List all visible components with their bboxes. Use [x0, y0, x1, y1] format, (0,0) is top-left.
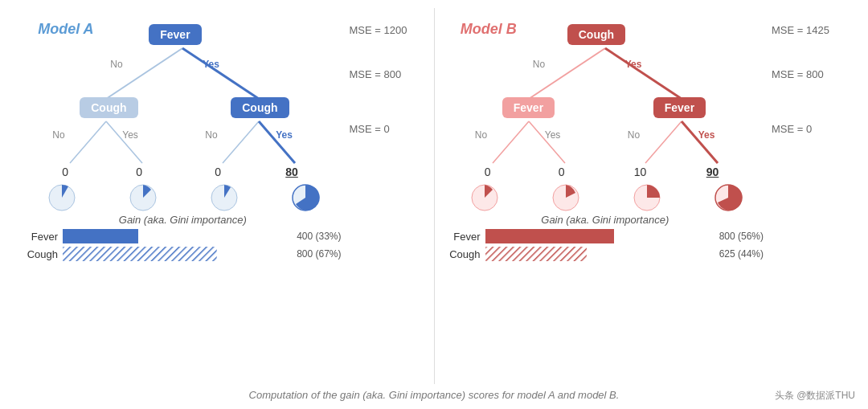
svg-line-1 — [182, 48, 259, 99]
svg-line-14 — [493, 121, 529, 163]
leaf-val-2: 0 — [136, 166, 142, 178]
fever-bar-value-a: 400 (33%) — [297, 231, 341, 242]
cough-bar-a — [63, 247, 293, 261]
root-no-label: No — [110, 59, 122, 70]
leaf-val-3: 0 — [215, 166, 221, 178]
model-a-title: Model A — [38, 21, 93, 38]
model-a-fever-bar-row: Fever 400 (33%) — [24, 229, 342, 243]
mse-bot: MSE = 0 — [350, 123, 430, 178]
watermark: 头条 @数据派THU — [775, 389, 855, 403]
b-root-yes-label: Yes — [625, 59, 642, 70]
model-a-gain-section: Gain (aka. Gini importance) Fever 400 (3… — [16, 214, 350, 264]
main-container: Model A Fever No Yes Cough Cough — [0, 0, 868, 409]
cough-bar-value-b: 625 (44%) — [719, 248, 764, 260]
fever-bar-a — [63, 229, 293, 243]
b-l2r-yes-label: Yes — [698, 129, 715, 141]
model-a-l2-left: Cough — [80, 97, 137, 118]
pie-charts-a — [47, 183, 320, 212]
model-b-l2-left: Fever — [502, 97, 555, 118]
b-l2l-no-label: No — [475, 129, 487, 141]
pie-3 — [210, 183, 239, 212]
divider — [434, 8, 435, 384]
model-a-l2-right: Cough — [231, 97, 289, 118]
svg-line-3 — [106, 121, 142, 163]
svg-rect-23 — [485, 247, 587, 261]
pie-4 — [291, 183, 320, 212]
svg-line-0 — [106, 48, 182, 99]
fever-label-a: Fever — [24, 231, 58, 243]
svg-line-17 — [682, 121, 718, 163]
fever-label-b: Fever — [447, 231, 481, 243]
l2r-no-label: No — [205, 129, 217, 141]
model-b-root-node: Cough — [567, 24, 625, 45]
models-row: Model A Fever No Yes Cough Cough — [16, 8, 852, 384]
b-leaf-val-4: 90 — [706, 166, 719, 178]
model-b-l2-right: Fever — [653, 97, 706, 118]
cough-label-b: Cough — [447, 248, 481, 260]
fever-bar-value-b: 800 (56%) — [719, 231, 764, 242]
svg-rect-11 — [63, 247, 217, 261]
svg-line-5 — [259, 121, 295, 163]
leaf-val-1: 0 — [62, 166, 68, 178]
leaf-val-4: 80 — [285, 166, 298, 178]
model-b-section: Model B Cough No Yes Fever Fever — [439, 8, 772, 384]
svg-line-4 — [223, 121, 259, 163]
model-b-fever-bar-row: Fever 800 (56%) — [447, 229, 764, 243]
fever-bar-b — [485, 229, 715, 243]
b-leaf-val-3: 10 — [634, 166, 647, 178]
cough-bar-b — [485, 247, 715, 261]
mse-top: MSE = 1200 — [350, 24, 430, 68]
mse-mid: MSE = 800 — [350, 68, 430, 123]
pie-charts-b — [470, 183, 743, 212]
b-l2r-no-label: No — [628, 129, 640, 141]
b-pie-4 — [714, 183, 743, 212]
model-a-section: Model A Fever No Yes Cough Cough — [16, 8, 350, 384]
svg-line-13 — [605, 48, 682, 99]
b-l2l-yes-label: Yes — [545, 129, 561, 141]
b-mse-bot: MSE = 0 — [772, 123, 852, 178]
svg-line-15 — [529, 121, 565, 163]
b-pie-2 — [551, 183, 580, 212]
model-a-cough-bar-row: Cough 800 (67%) — [24, 247, 342, 261]
model-b-gain-section: Gain (aka. Gini importance) Fever 800 (5… — [439, 214, 772, 264]
cough-label-a: Cough — [24, 248, 58, 260]
model-a-gain-title: Gain (aka. Gini importance) — [24, 214, 342, 226]
svg-line-2 — [70, 121, 106, 163]
mse-column: MSE = 1200 MSE = 800 MSE = 0 — [350, 8, 430, 384]
l2l-no-label: No — [52, 129, 64, 141]
cough-bar-value-a: 800 (67%) — [297, 248, 341, 260]
pie-1 — [47, 183, 76, 212]
root-yes-label: Yes — [203, 59, 219, 70]
cough-bar-svg-a — [63, 247, 293, 261]
mse-column-b: MSE = 1425 MSE = 800 MSE = 0 — [772, 8, 852, 384]
svg-line-16 — [645, 121, 682, 163]
model-b-cough-bar-row: Cough 625 (44%) — [447, 247, 764, 261]
b-mse-mid: MSE = 800 — [772, 68, 852, 123]
b-pie-3 — [633, 183, 661, 212]
cough-bar-svg-b — [485, 247, 715, 261]
pie-2 — [129, 183, 158, 212]
caption: Computation of the gain (aka. Gini impor… — [16, 389, 852, 401]
model-b-gain-title: Gain (aka. Gini importance) — [447, 214, 764, 226]
b-leaf-val-2: 0 — [559, 166, 565, 178]
model-a-root-node: Fever — [149, 24, 201, 45]
b-leaf-val-1: 0 — [485, 166, 491, 178]
b-mse-top: MSE = 1425 — [772, 24, 852, 68]
b-root-no-label: No — [533, 59, 545, 70]
l2r-yes-label: Yes — [276, 129, 293, 141]
svg-line-12 — [529, 48, 605, 99]
l2l-yes-label: Yes — [122, 129, 138, 141]
b-pie-1 — [470, 183, 499, 212]
model-b-title: Model B — [461, 21, 517, 38]
